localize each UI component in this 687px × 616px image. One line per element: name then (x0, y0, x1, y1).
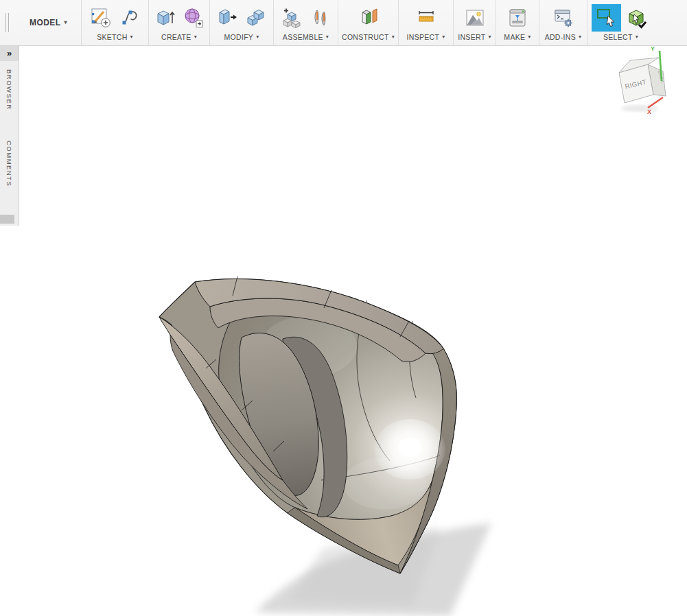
combine-button[interactable] (242, 5, 270, 31)
construction-plane-icon (357, 6, 380, 29)
workspace-label: MODEL (30, 18, 60, 27)
combine-icon (244, 6, 268, 29)
insert-image-icon (463, 6, 487, 29)
chevron-down-icon: ▾ (579, 34, 581, 40)
spline-icon (118, 6, 141, 29)
press-pull-icon (216, 6, 239, 29)
chevron-down-icon: ▾ (194, 34, 197, 40)
chevron-down-icon: ▾ (488, 34, 491, 40)
scripts-addins-icon (552, 6, 575, 29)
chevron-down-icon: ▾ (326, 34, 329, 40)
window-select-icon (593, 4, 620, 32)
chevron-down-icon: ▾ (64, 20, 67, 25)
create-sketch-icon (89, 6, 113, 29)
construct-menu[interactable]: CONSTRUCT ▾ (340, 33, 396, 41)
chevron-down-icon: ▾ (442, 34, 445, 40)
construction-plane-button[interactable] (355, 5, 382, 31)
toolbar-group-construct: CONSTRUCT ▾ (338, 0, 398, 45)
extrude-button[interactable] (151, 5, 178, 31)
select-menu[interactable]: SELECT ▾ (602, 33, 640, 41)
sketch-menu[interactable]: SKETCH ▾ (95, 33, 135, 41)
toolbar-grip-handle[interactable] (5, 13, 9, 32)
chevron-down-icon: ▾ (528, 34, 531, 40)
spline-button[interactable] (116, 5, 143, 31)
new-component-icon (280, 6, 303, 29)
modify-menu[interactable]: MODIFY ▾ (223, 33, 261, 41)
assemble-menu[interactable]: ASSEMBLE ▾ (281, 33, 330, 41)
toolbar-group-modify: MODIFY ▾ (209, 0, 273, 45)
x-axis-label: X (647, 108, 651, 115)
measure-icon (415, 6, 438, 29)
form-icon (182, 6, 205, 29)
y-axis-label: Y (651, 45, 655, 52)
toolbar-group-assemble: ASSEMBLE ▾ (273, 0, 338, 45)
toolbar-group-insert: INSERT ▾ (453, 0, 496, 45)
insert-menu[interactable]: INSERT ▾ (456, 33, 492, 41)
inspect-menu[interactable]: INSPECT ▾ (406, 33, 447, 41)
chevron-down-icon: ▾ (392, 34, 395, 40)
select-cube-icon (625, 6, 648, 29)
expand-panel-icon: » (7, 48, 12, 58)
window-select-button[interactable] (592, 4, 621, 32)
chevron-down-icon: ▾ (636, 34, 638, 40)
viewcube-shadow (621, 105, 658, 112)
toolbar-group-sketch: SKETCH ▾ (81, 0, 148, 45)
sidebar-item-browser[interactable]: BROWSER (0, 65, 19, 115)
toolbar-group-addins: ADD-INS ▾ (539, 0, 587, 45)
x-axis-line (648, 97, 663, 108)
insert-image-button[interactable] (461, 5, 489, 31)
sidebar-resize-handle[interactable] (0, 215, 14, 224)
measure-button[interactable] (412, 5, 440, 31)
chevron-down-icon: ▾ (256, 34, 259, 40)
3d-print-button[interactable] (504, 5, 531, 31)
workspace-section: MODEL ▾ (0, 0, 81, 45)
make-menu[interactable]: MAKE ▾ (502, 33, 532, 41)
create-sketch-button[interactable] (87, 5, 115, 31)
sidebar-item-comments[interactable]: COMMENTS (0, 137, 19, 191)
viewport-canvas[interactable] (0, 0, 687, 616)
toolbar-group-inspect: INSPECT ▾ (398, 0, 453, 45)
workspace-switcher[interactable]: MODEL ▾ (27, 14, 70, 32)
viewcube[interactable]: RIGHT BACK Y X (609, 41, 678, 118)
joint-icon (309, 6, 332, 29)
select-cube-button[interactable] (622, 5, 650, 31)
new-component-button[interactable] (278, 5, 305, 31)
press-pull-button[interactable] (213, 5, 241, 31)
model-body[interactable] (159, 276, 456, 573)
addins-menu[interactable]: ADD-INS ▾ (544, 33, 583, 41)
3d-print-icon (506, 6, 529, 29)
form-button[interactable] (180, 5, 207, 31)
toolbar-group-select: SELECT ▾ (587, 0, 654, 45)
create-menu[interactable]: CREATE ▾ (160, 33, 198, 41)
toolbar-group-create: CREATE ▾ (148, 0, 209, 45)
expand-panel-button[interactable]: » (0, 46, 19, 61)
extrude-icon (153, 6, 176, 29)
joint-button[interactable] (307, 5, 334, 31)
scripts-addins-button[interactable] (550, 5, 577, 31)
toolbar: MODEL ▾ (0, 0, 687, 46)
chevron-down-icon: ▾ (130, 34, 133, 40)
side-panel: » BROWSER COMMENTS (0, 46, 19, 226)
toolbar-group-make: MAKE ▾ (496, 0, 539, 45)
